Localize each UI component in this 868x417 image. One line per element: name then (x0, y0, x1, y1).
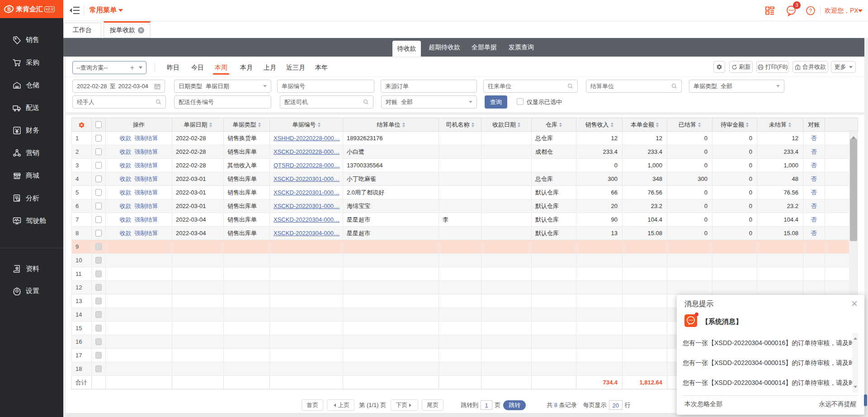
sort-icon[interactable] (611, 121, 613, 128)
per-page-input[interactable]: 20 (609, 400, 623, 410)
force-settle-link[interactable]: 强制结算 (135, 216, 158, 223)
date-type-select[interactable]: 日期类型单据日期 (174, 80, 271, 93)
message-item[interactable]: 您有一张【XSDD-20220304-000016】的订单待审核，请及时处理 (683, 333, 854, 353)
close-tab-icon[interactable]: ✕ (138, 27, 144, 33)
column-header[interactable]: 单据类型 (224, 118, 270, 132)
sidebar-item-7[interactable]: 商城 (0, 164, 63, 187)
quick-date-5[interactable]: 上月 (264, 61, 276, 74)
tab-workbench[interactable]: 工作台 (63, 23, 101, 38)
row-checkbox[interactable] (92, 159, 106, 172)
force-settle-link[interactable]: 强制结算 (135, 230, 158, 237)
column-header[interactable]: 销售收入 (576, 118, 623, 132)
doc-no-link[interactable]: QTSRD-20220228-000… (274, 162, 340, 169)
scroll-up-icon[interactable] (851, 134, 856, 139)
sort-icon[interactable] (518, 121, 520, 128)
receive-link[interactable]: 收款 (119, 189, 131, 196)
doc-no-link[interactable]: XSCKD-20220304-000… (274, 230, 340, 237)
force-settle-link[interactable]: 强制结算 (135, 203, 158, 209)
reconcile-link[interactable]: 否 (811, 135, 817, 142)
column-header[interactable]: 仓库 (532, 118, 576, 132)
row-checkbox[interactable] (92, 199, 106, 213)
row-checkbox[interactable] (92, 132, 106, 145)
welcome-user[interactable]: 欢迎您，PX (825, 7, 859, 15)
doc-no-link[interactable]: XSCKD-20220304-000… (274, 216, 340, 223)
view-tab-overdue[interactable]: 超期待收款 (429, 38, 460, 57)
quick-date-6[interactable]: 近三月 (286, 61, 305, 74)
receive-link[interactable]: 收款 (119, 230, 131, 237)
refresh-button[interactable]: 刷新 (729, 61, 753, 73)
reconcile-link[interactable]: 否 (811, 216, 817, 223)
doc-no-input[interactable]: 单据编号 (277, 80, 374, 93)
doc-no-link[interactable]: XSCKD-20220301-000… (274, 203, 340, 209)
handler-input[interactable]: 经手人 (72, 95, 166, 109)
reconcile-link[interactable]: 否 (811, 189, 817, 196)
last-page-button[interactable]: 尾页 (422, 399, 443, 411)
close-popup-icon[interactable]: ✕ (851, 299, 858, 309)
add-plan-icon[interactable]: + (130, 64, 134, 72)
jump-button[interactable]: 跳转 (503, 400, 526, 410)
column-header[interactable]: 结算单位 (343, 118, 439, 132)
driver-input[interactable]: 配送司机 (280, 95, 373, 109)
message-item[interactable]: 您有一张【XSDD-20220304-000014】的订单待审核，请及时处理 (683, 373, 854, 393)
popup-scrollbar[interactable] (852, 333, 858, 393)
sort-icon[interactable] (746, 121, 749, 128)
sidebar-item-6[interactable]: 营销 (0, 142, 63, 164)
sidebar-item-2[interactable]: 采购 (0, 51, 63, 74)
sort-icon[interactable] (698, 121, 701, 128)
receive-link[interactable]: 收款 (119, 162, 131, 169)
column-header[interactable]: 单据日期 (172, 118, 224, 132)
sort-icon[interactable] (209, 121, 212, 128)
delivery-task-input[interactable]: 配送任务编号 (174, 95, 271, 109)
more-button[interactable]: 更多 (831, 61, 856, 73)
quick-date-1[interactable]: 昨日 (167, 61, 179, 74)
row-checkbox[interactable] (92, 172, 106, 186)
scroll-up-icon[interactable] (854, 336, 857, 340)
row-checkbox[interactable] (92, 227, 106, 240)
sort-icon[interactable] (402, 121, 405, 128)
sidebar-item-9[interactable]: 驾驶舱 (0, 209, 63, 232)
column-header[interactable]: 未结算 (757, 118, 803, 132)
column-header[interactable]: 已结算 (667, 118, 712, 132)
collapse-menu-icon[interactable] (70, 6, 80, 15)
doc-no-link[interactable]: XSCKD-20220301-000… (274, 189, 340, 196)
quick-date-7[interactable]: 本年 (315, 61, 328, 74)
date-range-input[interactable]: 2022-02-28至2022-03-04 (72, 80, 165, 93)
scrollbar-thumb[interactable] (850, 139, 857, 241)
receive-link[interactable]: 收款 (119, 175, 131, 182)
sidebar-item-8[interactable]: 分析 (0, 187, 63, 209)
apps-grid-icon[interactable] (765, 0, 775, 21)
sidebar-item-3[interactable]: 仓储 (0, 74, 63, 96)
force-settle-link[interactable]: 强制结算 (135, 135, 158, 142)
row-checkbox[interactable] (92, 145, 106, 159)
doc-no-link[interactable]: XSHHD-20220228-000… (274, 135, 340, 142)
quick-date-2[interactable]: 今日 (191, 61, 204, 74)
doc-no-link[interactable]: XSCKD-20220228-000… (274, 148, 340, 155)
page-scrollbar-thumb[interactable] (864, 394, 867, 406)
force-settle-link[interactable]: 强制结算 (135, 148, 158, 155)
sort-icon[interactable] (656, 121, 659, 128)
settings-gear-button[interactable] (713, 61, 725, 73)
column-header[interactable]: 本单金额 (623, 118, 667, 132)
view-tab-invoice[interactable]: 发票查询 (509, 38, 534, 57)
column-header[interactable]: 单据编号 (270, 118, 343, 132)
sidebar-item-5[interactable]: 财务 (0, 119, 63, 142)
reconcile-link[interactable]: 否 (811, 148, 817, 155)
column-header[interactable]: 对账 (803, 118, 825, 132)
reconcile-select[interactable]: 对账全部 (381, 95, 477, 109)
search-button[interactable]: 查询 (485, 95, 507, 109)
force-settle-link[interactable]: 强制结算 (135, 189, 158, 196)
receive-link[interactable]: 收款 (119, 135, 131, 142)
doc-type-select[interactable]: 单据类型全部 (689, 80, 784, 93)
sidebar-item-1[interactable]: 销售 (0, 28, 63, 51)
first-page-button[interactable]: 首页 (302, 399, 323, 411)
print-button[interactable]: 打印(F8) (756, 61, 789, 73)
column-header[interactable]: 收款日期 (481, 118, 532, 132)
common-menu-button[interactable]: 常用菜单 (90, 6, 117, 14)
prev-page-button[interactable]: 上页 (327, 399, 354, 411)
reconcile-link[interactable]: 否 (811, 230, 817, 237)
jump-page-input[interactable]: 1 (481, 400, 492, 410)
source-order-input[interactable]: 来源订单 (381, 80, 477, 93)
message-item[interactable]: 您有一张【XSDD-20220304-000015】的订单待审核，请及时处理 (683, 353, 854, 373)
sidebar-item-bottom-1[interactable]: 资料 (0, 257, 63, 280)
ignore-all-link[interactable]: 本次忽略全部 (684, 400, 722, 408)
